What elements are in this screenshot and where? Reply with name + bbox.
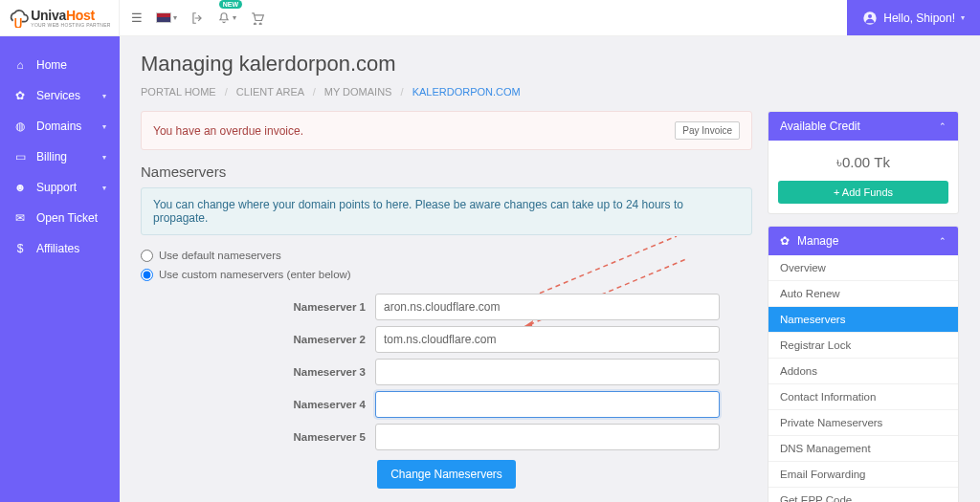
flag-icon bbox=[156, 12, 171, 23]
use-custom-radio[interactable] bbox=[141, 269, 153, 281]
ns5-label: Nameserver 5 bbox=[141, 431, 375, 443]
gear-icon: ✿ bbox=[780, 234, 790, 248]
use-default-radio[interactable] bbox=[141, 250, 153, 262]
ns4-label: Nameserver 4 bbox=[141, 399, 375, 410]
manage-panel: ✿ Manage ⌃ OverviewAuto RenewNameservers… bbox=[768, 226, 959, 502]
sidebar-item-support[interactable]: ☻Support▾ bbox=[0, 172, 120, 203]
user-menu[interactable]: Hello, Shipon! ▾ bbox=[847, 0, 980, 35]
credit-amount: ৳0.00 Tk bbox=[768, 141, 958, 181]
chevron-down-icon: ▾ bbox=[102, 92, 106, 100]
notifications-button[interactable]: ▾ NEW bbox=[217, 11, 236, 25]
manage-item-nameservers[interactable]: Nameservers bbox=[768, 306, 958, 332]
sidebar-item-label: Home bbox=[36, 58, 67, 72]
sidebar-item-billing[interactable]: ▭Billing▾ bbox=[0, 142, 120, 172]
sidebar-item-label: Affiliates bbox=[36, 242, 79, 255]
logout-button[interactable] bbox=[190, 11, 204, 25]
bell-icon bbox=[217, 11, 231, 25]
ticket-icon: ✉ bbox=[13, 211, 27, 225]
manage-item-addons[interactable]: Addons bbox=[768, 358, 958, 383]
language-selector[interactable]: ▾ bbox=[156, 12, 177, 23]
ns2-label: Nameserver 2 bbox=[141, 334, 375, 345]
brand-logo[interactable]: UnivaHost YOUR WEB HOSTING PARTNER bbox=[0, 0, 120, 35]
chevron-down-icon: ▾ bbox=[102, 184, 106, 192]
svg-point-1 bbox=[868, 14, 872, 18]
ns1-label: Nameserver 1 bbox=[141, 301, 375, 313]
breadcrumb: PORTAL HOME / CLIENT AREA / MY DOMAINS /… bbox=[141, 86, 959, 98]
user-greeting: Hello, Shipon! bbox=[883, 11, 955, 25]
globe-icon: ◍ bbox=[13, 120, 27, 133]
nameservers-heading: Nameservers bbox=[141, 164, 752, 180]
breadcrumb-portal[interactable]: PORTAL HOME bbox=[141, 86, 216, 98]
ns1-input[interactable] bbox=[375, 294, 720, 320]
ns3-label: Nameserver 3 bbox=[141, 366, 375, 378]
sidebar-item-affiliates[interactable]: $Affiliates bbox=[0, 233, 120, 264]
manage-panel-header[interactable]: ✿ Manage ⌃ bbox=[768, 227, 958, 255]
sidebar-item-label: Support bbox=[36, 181, 77, 194]
breadcrumb-current: KALERDORPON.COM bbox=[412, 86, 521, 98]
chevron-up-icon[interactable]: ⌃ bbox=[939, 236, 947, 246]
add-funds-button[interactable]: + Add Funds bbox=[778, 181, 948, 204]
sidebar-item-open-ticket[interactable]: ✉Open Ticket bbox=[0, 203, 120, 233]
user-icon bbox=[862, 11, 878, 26]
manage-item-get-epp-code[interactable]: Get EPP Code bbox=[768, 487, 958, 502]
manage-item-registrar-lock[interactable]: Registrar Lock bbox=[768, 332, 958, 358]
sidebar-item-services[interactable]: ✿Services▾ bbox=[0, 80, 120, 111]
manage-item-contact-information[interactable]: Contact Information bbox=[768, 383, 958, 409]
chevron-down-icon: ▾ bbox=[173, 13, 177, 22]
chevron-down-icon: ▾ bbox=[102, 122, 106, 131]
logout-icon bbox=[190, 11, 204, 25]
manage-item-dns-management[interactable]: DNS Management bbox=[768, 435, 958, 461]
use-default-ns-option[interactable]: Use default nameservers bbox=[141, 247, 752, 266]
overdue-text: You have an overdue invoice. bbox=[153, 124, 303, 138]
use-custom-ns-option[interactable]: Use custom nameservers (enter below) bbox=[141, 266, 752, 285]
manage-item-private-nameservers[interactable]: Private Nameservers bbox=[768, 409, 958, 435]
chevron-down-icon: ▾ bbox=[102, 153, 106, 162]
overdue-alert: You have an overdue invoice. Pay Invoice bbox=[141, 111, 752, 150]
credit-panel: Available Credit ⌃ ৳0.00 Tk + Add Funds bbox=[768, 111, 959, 214]
sidebar-item-label: Services bbox=[36, 89, 80, 102]
sidebar-item-domains[interactable]: ◍Domains▾ bbox=[0, 111, 120, 142]
menu-toggle-button[interactable]: ☰ bbox=[131, 11, 143, 25]
change-nameservers-button[interactable]: Change Nameservers bbox=[377, 460, 516, 489]
brand-name: UnivaHost bbox=[31, 8, 95, 23]
cart-button[interactable] bbox=[250, 11, 265, 25]
page-title: Managing kalerdorpon.com bbox=[141, 52, 959, 76]
gear-icon: ✿ bbox=[13, 89, 27, 102]
ns3-input[interactable] bbox=[375, 359, 720, 385]
pay-invoice-button[interactable]: Pay Invoice bbox=[675, 121, 740, 140]
cloud-logo-icon bbox=[8, 9, 29, 28]
sidebar-item-label: Billing bbox=[36, 150, 67, 164]
ns2-input[interactable] bbox=[375, 326, 720, 353]
card-icon: ▭ bbox=[13, 150, 27, 164]
cart-icon bbox=[250, 11, 265, 25]
home-icon: ⌂ bbox=[13, 58, 27, 72]
brand-tagline: YOUR WEB HOSTING PARTNER bbox=[31, 23, 110, 28]
dollar-icon: $ bbox=[13, 242, 27, 255]
manage-item-email-forwarding[interactable]: Email Forwarding bbox=[768, 461, 958, 487]
ns5-input[interactable] bbox=[375, 424, 720, 450]
breadcrumb-client[interactable]: CLIENT AREA bbox=[236, 86, 304, 98]
nameservers-info: You can change where your domain points … bbox=[141, 187, 752, 235]
support-icon: ☻ bbox=[13, 181, 27, 194]
breadcrumb-mydomains[interactable]: MY DOMAINS bbox=[324, 86, 392, 98]
topbar: UnivaHost YOUR WEB HOSTING PARTNER ☰ ▾ ▾… bbox=[0, 0, 980, 36]
sidebar-item-label: Open Ticket bbox=[36, 211, 98, 225]
manage-item-auto-renew[interactable]: Auto Renew bbox=[768, 280, 958, 306]
new-badge: NEW bbox=[219, 0, 242, 9]
ns4-input[interactable] bbox=[375, 391, 720, 418]
chevron-up-icon[interactable]: ⌃ bbox=[939, 121, 947, 131]
chevron-down-icon: ▾ bbox=[961, 13, 965, 22]
sidebar-item-home[interactable]: ⌂Home bbox=[0, 50, 120, 80]
sidebar-item-label: Domains bbox=[36, 120, 81, 133]
sidebar: ⌂Home✿Services▾◍Domains▾▭Billing▾☻Suppor… bbox=[0, 36, 120, 502]
credit-panel-header[interactable]: Available Credit ⌃ bbox=[768, 112, 958, 141]
chevron-down-icon: ▾ bbox=[233, 13, 236, 22]
manage-item-overview[interactable]: Overview bbox=[768, 255, 958, 280]
